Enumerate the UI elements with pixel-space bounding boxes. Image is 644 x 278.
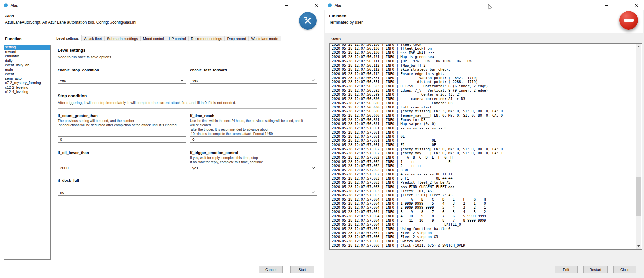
minimize-button[interactable]	[279, 0, 294, 10]
field-if-time-reach: if_time_reach Use the time within the ne…	[190, 114, 317, 143]
chevron-down-icon	[312, 191, 315, 193]
page-title: Alas	[5, 14, 14, 18]
divider	[58, 108, 317, 109]
function-list-item[interactable]: semi_auto	[4, 77, 50, 81]
function-list-item[interactable]: setting	[4, 45, 50, 50]
section-desc-level-settings: Need to run once to save options	[58, 55, 317, 59]
settings-tab[interactable]: Mood control	[140, 36, 167, 41]
function-list-item[interactable]: c12-2_leveling	[4, 85, 50, 90]
run-status-subtitle: Terminated by user	[329, 20, 363, 25]
if-trigger-emotion-control-select[interactable]: yes	[190, 165, 317, 171]
settings-tab[interactable]: Drop record	[224, 36, 249, 41]
enable-fast-forward-select[interactable]: yes	[190, 77, 317, 84]
window-title: Alas	[335, 3, 341, 7]
stopped-badge-icon	[619, 11, 638, 30]
settings-header: Alas AzurLaneAutoScript, An Azur Lane au…	[1, 10, 323, 33]
settings-tab[interactable]: HP control	[166, 36, 188, 41]
scroll-down-arrow-icon[interactable]	[636, 243, 641, 249]
scroll-up-arrow-icon[interactable]	[636, 44, 641, 49]
titlebar[interactable]: Alas	[324, 0, 644, 10]
alas-settings-window: Alas Alas AzurLaneAutoScript, An Azur La…	[0, 0, 324, 278]
select-value: yes	[60, 78, 66, 82]
cancel-button[interactable]: Cancel	[259, 266, 283, 273]
field-description: If yes, wait for reply, complete this ti…	[190, 156, 317, 164]
function-list-item[interactable]: event	[4, 72, 50, 77]
function-list-item[interactable]: emulator	[4, 54, 50, 59]
minimize-icon	[605, 4, 608, 7]
field-description: Use the time within the next 24 hours, t…	[190, 119, 317, 136]
tools-badge	[299, 12, 317, 30]
status-group-label: Status	[331, 37, 341, 41]
footer-divider	[325, 263, 643, 263]
divider	[58, 63, 317, 63]
field-label: enable_fast_forward	[190, 68, 317, 72]
desktop: { "colors": { "selection_blue": "#3295d6…	[0, 0, 644, 278]
status-group: Status 2020-05-28 12:07:56.100 | INFO | …	[325, 34, 643, 277]
level-settings-panel: Level settings Need to run once to save …	[54, 41, 321, 260]
settings-tab[interactable]: Attack fleet	[81, 36, 104, 41]
scrollbar-thumb[interactable]	[636, 177, 641, 216]
close-button[interactable]	[629, 0, 644, 10]
function-list-item[interactable]: main	[4, 68, 50, 72]
maximize-button[interactable]	[294, 0, 309, 10]
run-status-title: Finished	[329, 14, 346, 18]
settings-tab[interactable]: Retirement settings	[188, 36, 225, 41]
field-enable-stop-condition: enable_stop_condition yes	[58, 68, 186, 84]
field-label: if_oil_lower_than	[58, 151, 186, 155]
function-list-item[interactable]: daily	[4, 59, 50, 63]
function-list[interactable]: settingrewardemulatordailyevent_daily_ab…	[4, 45, 51, 260]
maximize-icon	[620, 4, 623, 7]
function-list-item[interactable]: c7-2_mystery_farming	[4, 81, 50, 85]
select-value: no	[60, 190, 64, 194]
chevron-down-icon	[180, 79, 184, 81]
close-icon	[635, 4, 638, 7]
log-text: 2020-05-28 12:07:56.100 | INFO | fleet_l…	[330, 43, 642, 247]
start-button[interactable]: Start	[290, 266, 314, 273]
alas-logo-icon	[327, 3, 332, 8]
maximize-button[interactable]	[614, 0, 629, 10]
if-oil-lower-than-input[interactable]	[58, 165, 186, 171]
wrench-screwdriver-icon	[303, 16, 313, 26]
field-if-oil-lower-than: if_oil_lower_than	[58, 151, 186, 171]
log-scrollbar[interactable]	[636, 44, 641, 249]
function-list-item[interactable]: c12-4_leveling	[4, 90, 50, 94]
enable-stop-condition-select[interactable]: yes	[58, 77, 186, 84]
select-value: yes	[192, 166, 198, 170]
window-title: Alas	[11, 3, 18, 7]
if-count-greater-than-input[interactable]	[58, 136, 186, 143]
settings-tab[interactable]: Submarine settings	[104, 36, 141, 41]
function-list-item[interactable]: event_daily_ab	[4, 63, 50, 68]
if-time-reach-input[interactable]	[190, 136, 317, 143]
section-title-level-settings: Level settings	[58, 48, 317, 53]
field-if-dock-full: if_dock_full no	[58, 178, 317, 196]
maximize-icon	[300, 4, 303, 7]
close-run-button[interactable]: Close	[613, 266, 636, 273]
minimize-button[interactable]	[599, 0, 614, 10]
function-panel-label: Function	[5, 37, 22, 41]
field-label: enable_stop_condition	[58, 68, 186, 72]
section-title-stop-condition: Stop condition	[58, 94, 317, 98]
close-icon	[315, 4, 318, 7]
if-dock-full-select[interactable]: no	[58, 189, 317, 196]
log-output[interactable]: 2020-05-28 12:07:56.100 | INFO | fleet_l…	[329, 43, 642, 250]
chevron-down-icon	[312, 167, 315, 169]
close-button[interactable]	[309, 0, 324, 10]
minimize-icon	[285, 4, 288, 7]
restart-button[interactable]: Restart	[583, 266, 608, 273]
alas-log-window: Alas Finished Terminated by user Status …	[324, 0, 644, 278]
run-status-header: Finished Terminated by user	[325, 10, 643, 33]
field-label: if_time_reach	[190, 114, 317, 118]
select-value: yes	[192, 78, 198, 82]
settings-tab[interactable]: Level settings	[54, 35, 82, 41]
field-enable-fast-forward: enable_fast_forward yes	[190, 68, 317, 84]
edit-button[interactable]: Edit	[555, 266, 578, 273]
alas-logo-icon	[3, 3, 8, 8]
field-label: if_dock_full	[58, 178, 317, 182]
function-list-item[interactable]: reward	[4, 50, 50, 54]
chevron-down-icon	[312, 79, 315, 81]
settings-tab[interactable]: Wasteland mode	[248, 36, 281, 41]
field-if-trigger-emotion-control: if_trigger_emotion_control If yes, wait …	[190, 151, 317, 171]
settings-tabs: Level settingsAttack fleetSubmarine sett…	[54, 35, 281, 41]
section-desc-stop-condition: After triggering, it will not stop immed…	[58, 101, 317, 105]
titlebar[interactable]: Alas	[0, 0, 324, 10]
